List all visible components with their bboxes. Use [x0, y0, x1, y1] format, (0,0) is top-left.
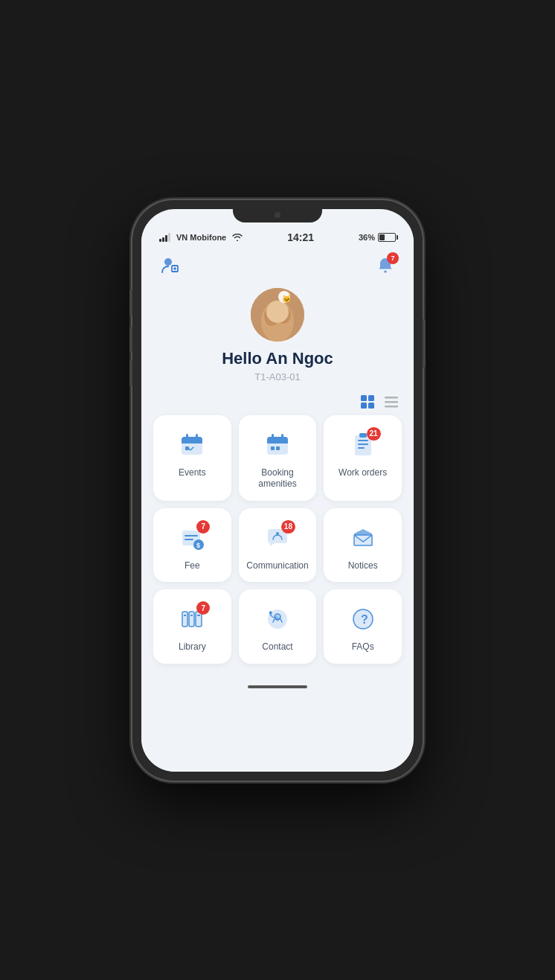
wifi-icon: [232, 234, 243, 241]
notices-icon: [348, 523, 378, 553]
svg-rect-37: [359, 433, 367, 438]
battery-fill: [379, 234, 385, 240]
notch: [233, 209, 322, 222]
avatar[interactable]: 🐱: [251, 288, 304, 342]
work-orders-icon: 21: [348, 430, 378, 460]
signal-bar-4: [168, 233, 170, 242]
svg-text:?: ?: [361, 613, 368, 626]
list-view-button[interactable]: [384, 394, 399, 409]
fee-label: Fee: [185, 560, 200, 572]
svg-point-0: [164, 258, 172, 266]
svg-rect-34: [358, 440, 368, 441]
profile-section: 🐱 Hello An Ngoc T1-A03-01: [141, 282, 414, 391]
status-time: 14:21: [287, 231, 314, 243]
menu-card-communication[interactable]: 18 Communication: [239, 508, 317, 583]
svg-rect-24: [185, 446, 189, 450]
svg-rect-36: [358, 447, 365, 449]
menu-card-library[interactable]: 7 Library: [153, 589, 231, 664]
contact-label: Contact: [262, 641, 292, 653]
booking-label: Booking amenities: [246, 467, 309, 490]
library-icon: 7: [177, 604, 207, 634]
signal-bar-1: [159, 239, 161, 242]
grid-view-button[interactable]: [360, 394, 375, 409]
svg-rect-28: [272, 434, 274, 440]
battery-percent: 36%: [359, 233, 375, 242]
home-line: [248, 685, 307, 688]
svg-rect-23: [196, 434, 198, 440]
menu-card-notices[interactable]: Notices: [324, 508, 402, 583]
fee-badge: 7: [196, 520, 210, 534]
svg-rect-40: [185, 539, 193, 540]
svg-rect-48: [184, 615, 186, 616]
phone-frame: VN Mobifone 14:21 36%: [132, 200, 423, 781]
signal-bar-2: [162, 237, 164, 242]
svg-rect-14: [361, 403, 367, 409]
svg-rect-22: [186, 434, 188, 440]
header-bar: 7: [141, 246, 414, 282]
faqs-icon: ?: [348, 604, 378, 634]
communication-label: Communication: [246, 560, 308, 572]
svg-rect-32: [281, 446, 285, 450]
svg-point-4: [384, 270, 387, 272]
svg-rect-18: [385, 406, 398, 408]
work-orders-label: Work orders: [339, 467, 387, 479]
menu-card-fee[interactable]: $ 7 Fee: [153, 508, 231, 583]
communication-badge: 18: [281, 520, 295, 534]
menu-card-work-orders[interactable]: 21 Work orders: [324, 415, 402, 501]
svg-point-9: [266, 301, 289, 323]
communication-icon: 18: [263, 523, 292, 553]
notification-badge: 7: [387, 252, 399, 264]
svg-rect-45: [182, 612, 187, 627]
signal-bars: [159, 233, 170, 242]
events-label: Events: [179, 467, 206, 479]
menu-card-faqs[interactable]: ? FAQs: [324, 589, 402, 664]
menu-card-booking[interactable]: Booking amenities: [239, 415, 317, 501]
events-icon: [177, 430, 207, 460]
svg-rect-39: [185, 535, 198, 537]
unit-code: T1-A03-01: [254, 371, 300, 382]
booking-icon: [263, 430, 292, 460]
svg-rect-17: [385, 401, 398, 403]
battery-icon: [378, 233, 396, 242]
view-toggles: [141, 391, 414, 415]
signal-bar-3: [165, 235, 167, 242]
user-edit-button[interactable]: [156, 252, 183, 279]
camera-dot: [275, 212, 280, 218]
menu-grid: Events: [141, 415, 414, 676]
greeting-name: Hello An Ngoc: [222, 349, 333, 368]
svg-rect-29: [281, 434, 283, 440]
notification-button[interactable]: 7: [372, 252, 399, 279]
svg-rect-12: [361, 395, 367, 401]
faqs-label: FAQs: [352, 641, 374, 653]
svg-rect-35: [358, 443, 368, 445]
menu-card-events[interactable]: Events: [153, 415, 231, 501]
status-bar: VN Mobifone 14:21 36%: [141, 224, 414, 246]
status-right: 36%: [359, 233, 396, 242]
svg-rect-50: [197, 615, 200, 616]
svg-rect-30: [271, 446, 275, 450]
svg-rect-49: [190, 615, 193, 616]
svg-rect-46: [189, 612, 194, 627]
phone-screen: VN Mobifone 14:21 36%: [141, 209, 414, 772]
work-orders-badge: 21: [367, 427, 381, 441]
svg-rect-31: [276, 446, 280, 450]
notices-label: Notices: [348, 560, 378, 572]
svg-rect-16: [385, 397, 398, 399]
carrier-name: VN Mobifone: [176, 233, 226, 242]
app-content: 7 🐱: [141, 246, 414, 772]
avatar-image: 🐱: [251, 288, 304, 342]
status-left: VN Mobifone: [159, 233, 243, 242]
contact-icon: [263, 604, 292, 634]
home-indicator: [141, 676, 414, 698]
library-badge: 7: [196, 601, 210, 615]
fee-icon: $ 7: [177, 523, 207, 553]
library-label: Library: [179, 641, 206, 653]
svg-rect-15: [368, 403, 374, 409]
svg-rect-13: [368, 395, 374, 401]
svg-rect-21: [182, 441, 202, 443]
svg-rect-27: [267, 441, 288, 443]
svg-text:$: $: [196, 542, 200, 549]
menu-card-contact[interactable]: Contact: [239, 589, 317, 664]
svg-text:🐱: 🐱: [282, 294, 292, 304]
